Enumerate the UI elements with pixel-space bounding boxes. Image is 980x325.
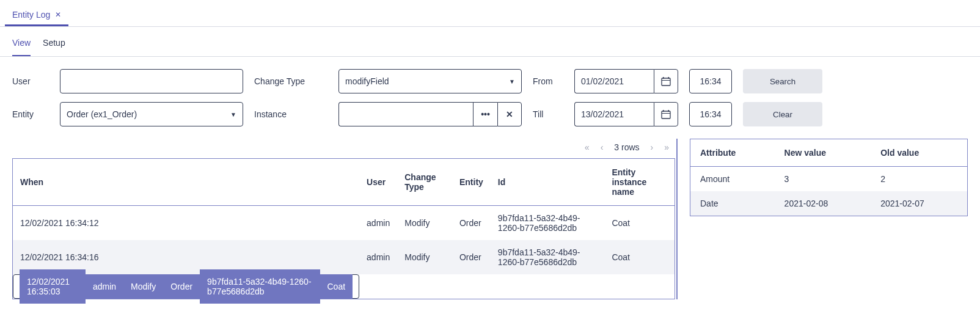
table-header-row: Attribute New value Old value <box>690 139 968 167</box>
svg-rect-7 <box>662 113 670 114</box>
col-attribute[interactable]: Attribute <box>690 139 775 167</box>
cell-entity: Order <box>452 240 491 274</box>
log-table: When User Change Type Entity Id Entity i… <box>12 158 675 299</box>
tab-view[interactable]: View <box>12 38 31 56</box>
till-date-group <box>574 102 678 126</box>
user-input[interactable] <box>60 69 243 93</box>
svg-rect-5 <box>663 110 664 112</box>
svg-rect-2 <box>668 77 670 79</box>
table-row[interactable]: 12/02/2021 16:35:03 admin Modify Order 9… <box>13 274 359 299</box>
pager-rows-text: 3 rows <box>614 142 639 152</box>
table-row[interactable]: 12/02/2021 16:34:16 admin Modify Order 9… <box>13 240 675 274</box>
col-when[interactable]: When <box>13 159 360 206</box>
change-type-value: modifyField <box>345 76 389 86</box>
cell-when: 12/02/2021 16:34:12 <box>13 206 360 241</box>
pager-first-icon[interactable]: « <box>585 142 590 152</box>
clear-button[interactable]: Clear <box>743 102 822 126</box>
cell-id: 9b7fda11-5a32-4b49-1260-b77e5686d2db <box>200 269 320 304</box>
col-user[interactable]: User <box>359 159 397 206</box>
from-date-group <box>574 69 678 93</box>
till-label: Till <box>533 109 563 119</box>
till-time-input[interactable] <box>689 102 732 126</box>
svg-rect-3 <box>662 80 670 81</box>
cell-change-type: Modify <box>397 206 452 241</box>
pager: « ‹ 3 rows › » <box>12 139 675 158</box>
chevron-down-icon: ▼ <box>509 78 515 85</box>
close-icon[interactable]: ✕ <box>55 10 61 19</box>
col-change-type[interactable]: Change Type <box>397 159 452 206</box>
cell-user: admin <box>359 206 397 241</box>
col-instance-name[interactable]: Entity instance name <box>604 159 675 206</box>
cell-instance-name: Coat <box>320 274 353 299</box>
cell-user: admin <box>86 274 123 299</box>
cell-new-value: 2021-02-08 <box>775 191 871 216</box>
cell-instance-name: Coat <box>604 206 675 241</box>
entity-label: Entity <box>12 109 49 119</box>
col-entity[interactable]: Entity <box>452 159 491 206</box>
from-label: From <box>533 76 563 86</box>
table-row[interactable]: 12/02/2021 16:34:12 admin Modify Order 9… <box>13 206 675 241</box>
user-label: User <box>12 76 49 86</box>
header-tabs: Entity Log ✕ <box>0 0 980 27</box>
cell-id: 9b7fda11-5a32-4b49-1260-b77e5686d2db <box>491 206 605 241</box>
table-row[interactable]: Amount 3 2 <box>690 167 968 192</box>
cell-user: admin <box>359 240 397 274</box>
instance-input[interactable] <box>338 102 473 126</box>
search-button[interactable]: Search <box>743 69 822 93</box>
cell-when: 12/02/2021 16:35:03 <box>20 269 86 304</box>
from-time-input[interactable] <box>689 69 732 93</box>
pager-next-icon[interactable]: › <box>651 142 654 152</box>
svg-rect-1 <box>663 77 664 79</box>
instance-clear-button[interactable]: ✕ <box>497 102 522 126</box>
cell-old-value: 2 <box>871 167 967 192</box>
from-date-input[interactable] <box>574 69 654 93</box>
cell-attribute: Date <box>690 191 775 216</box>
svg-rect-4 <box>662 111 670 119</box>
instance-picker-button[interactable]: ••• <box>473 102 497 126</box>
cell-change-type: Modify <box>397 240 452 274</box>
tab-label: Entity Log <box>12 10 50 20</box>
entity-value: Order (ex1_Order) <box>67 109 137 119</box>
pager-last-icon[interactable]: » <box>664 142 669 152</box>
change-type-label: Change Type <box>254 76 327 86</box>
change-type-select[interactable]: modifyField ▼ <box>338 69 522 93</box>
attribute-table: Attribute New value Old value Amount 3 2… <box>690 139 968 216</box>
svg-rect-0 <box>662 78 670 86</box>
cell-id: 9b7fda11-5a32-4b49-1260-b77e5686d2db <box>491 240 605 274</box>
col-id[interactable]: Id <box>491 159 605 206</box>
table-header-row: When User Change Type Entity Id Entity i… <box>13 159 675 206</box>
calendar-icon[interactable] <box>654 102 678 126</box>
instance-label: Instance <box>254 109 327 119</box>
till-date-input[interactable] <box>574 102 654 126</box>
entity-select[interactable]: Order (ex1_Order) ▼ <box>60 102 243 126</box>
filter-form: User Change Type modifyField ▼ From Sear… <box>0 57 980 139</box>
cell-entity: Order <box>452 206 491 241</box>
svg-rect-6 <box>668 110 670 112</box>
col-new-value[interactable]: New value <box>775 139 871 167</box>
cell-attribute: Amount <box>690 167 775 192</box>
cell-instance-name: Coat <box>604 240 675 274</box>
cell-entity: Order <box>163 274 200 299</box>
chevron-down-icon: ▼ <box>230 111 236 118</box>
calendar-icon[interactable] <box>654 69 678 93</box>
cell-change-type: Modify <box>123 274 163 299</box>
col-old-value[interactable]: Old value <box>871 139 967 167</box>
instance-group: ••• ✕ <box>338 102 522 126</box>
table-row[interactable]: Date 2021-02-08 2021-02-07 <box>690 191 968 216</box>
pager-prev-icon[interactable]: ‹ <box>601 142 604 152</box>
tab-setup[interactable]: Setup <box>43 38 65 56</box>
cell-old-value: 2021-02-07 <box>871 191 967 216</box>
cell-new-value: 3 <box>775 167 871 192</box>
inner-tabs: View Setup <box>0 27 980 57</box>
tab-entity-log[interactable]: Entity Log ✕ <box>5 5 68 26</box>
